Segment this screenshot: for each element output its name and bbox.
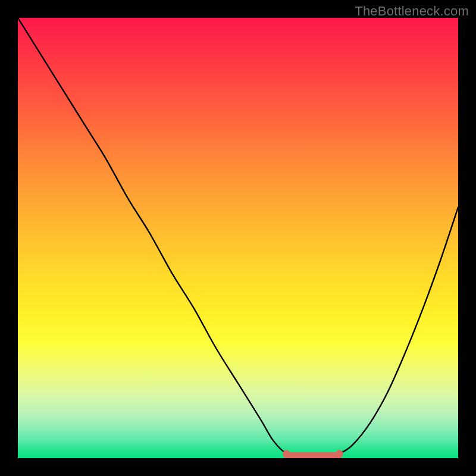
chart-frame: TheBottleneck.com xyxy=(0,0,476,476)
plot-area xyxy=(18,18,458,458)
watermark-text: TheBottleneck.com xyxy=(355,4,469,19)
curve-svg xyxy=(18,18,458,458)
bottleneck-highlight-marker xyxy=(286,453,339,456)
curve-right-branch xyxy=(326,207,458,458)
curve-left-branch xyxy=(18,18,300,458)
